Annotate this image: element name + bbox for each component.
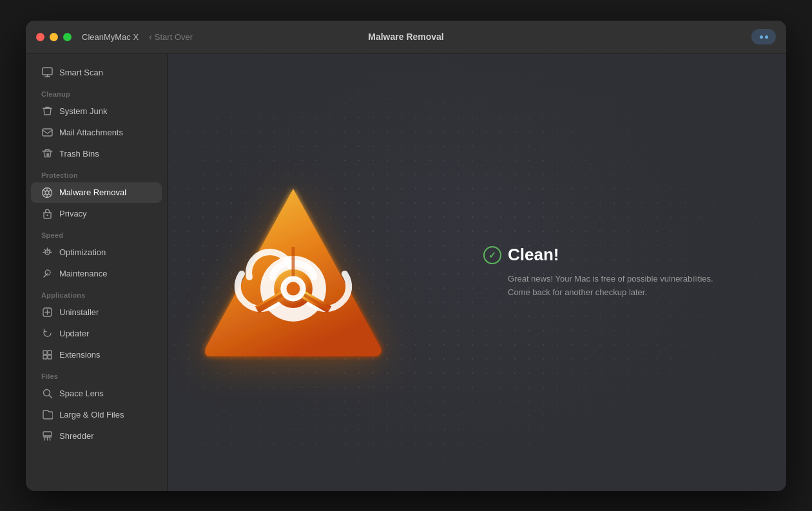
- svg-rect-3: [43, 129, 52, 136]
- clean-description-line2: Come back for another checkup later.: [508, 286, 786, 300]
- uninstaller-label: Uninstaller: [59, 307, 99, 317]
- shredder-icon: [41, 430, 53, 442]
- sidebar-item-system-junk[interactable]: System Junk: [31, 101, 162, 122]
- biohazard-section: [168, 169, 470, 376]
- svg-line-8: [44, 190, 46, 192]
- traffic-lights: [36, 33, 72, 41]
- maintenance-label: Maintenance: [59, 269, 107, 278]
- optimization-icon: [41, 247, 53, 258]
- back-nav[interactable]: ‹ Start Over: [149, 32, 193, 42]
- clean-description-line1: Great news! Your Mac is free of possible…: [508, 273, 786, 286]
- svg-line-18: [44, 249, 45, 251]
- biohazard-container: [190, 169, 396, 376]
- svg-point-12: [46, 215, 48, 216]
- more-options-button[interactable]: [751, 29, 776, 44]
- sidebar-item-trash-bins[interactable]: Trash Bins: [31, 144, 162, 164]
- clean-title-text: Clean!: [508, 245, 559, 265]
- extensions-icon: [41, 349, 53, 361]
- maintenance-icon: [41, 268, 53, 280]
- uninstaller-icon: [41, 307, 53, 318]
- sidebar: Smart Scan Cleanup System Junk: [26, 54, 168, 491]
- section-label-applications: Applications: [26, 285, 167, 302]
- clean-description: Great news! Your Mac is free of possible…: [483, 273, 786, 300]
- check-circle: ✓: [483, 246, 501, 264]
- clean-result-section: ✓ Clean! Great news! Your Mac is free of…: [470, 245, 786, 300]
- svg-rect-23: [43, 355, 47, 359]
- svg-line-9: [48, 193, 51, 195]
- optimization-label: Optimization: [59, 247, 106, 257]
- shredder-label: Shredder: [59, 431, 93, 441]
- svg-rect-24: [48, 355, 52, 359]
- malware-removal-icon: [41, 187, 53, 198]
- smart-scan-icon: [41, 67, 53, 79]
- trash-bins-icon: [41, 148, 53, 160]
- check-mark-icon: ✓: [488, 250, 496, 260]
- svg-line-11: [48, 190, 51, 192]
- title-bar: CleanMyMac X ‹ Start Over Malware Remova…: [26, 21, 786, 54]
- back-label: Start Over: [155, 32, 193, 42]
- dot1: [760, 35, 763, 39]
- sidebar-item-shredder[interactable]: Shredder: [31, 426, 162, 447]
- title-bar-right: [751, 29, 776, 44]
- malware-removal-label: Malware Removal: [59, 188, 126, 197]
- sidebar-item-privacy[interactable]: Privacy: [31, 204, 162, 224]
- window-title: Malware Removal: [368, 32, 444, 42]
- space-lens-icon: [41, 388, 53, 400]
- privacy-icon: [41, 208, 53, 220]
- section-label-speed: Speed: [26, 225, 167, 242]
- sidebar-item-malware-removal[interactable]: Malware Removal: [31, 182, 162, 203]
- sidebar-item-extensions[interactable]: Extensions: [31, 345, 162, 365]
- large-old-files-icon: [41, 409, 53, 421]
- section-label-protection: Protection: [26, 165, 167, 182]
- mail-attachments-icon: [41, 127, 53, 139]
- sidebar-item-space-lens[interactable]: Space Lens: [31, 383, 162, 404]
- updater-label: Updater: [59, 329, 89, 338]
- svg-point-17: [46, 251, 48, 253]
- svg-rect-27: [43, 432, 52, 436]
- updater-icon: [41, 328, 53, 340]
- svg-rect-21: [43, 351, 47, 354]
- content-inner: ✓ Clean! Great news! Your Mac is free of…: [168, 54, 786, 491]
- sidebar-item-uninstaller[interactable]: Uninstaller: [31, 302, 162, 323]
- trash-bins-label: Trash Bins: [59, 149, 99, 159]
- svg-point-42: [284, 279, 303, 298]
- minimize-button[interactable]: [50, 33, 58, 41]
- app-window: CleanMyMac X ‹ Start Over Malware Remova…: [26, 21, 786, 491]
- sidebar-item-mail-attachments[interactable]: Mail Attachments: [31, 122, 162, 143]
- sidebar-item-optimization[interactable]: Optimization: [31, 242, 162, 263]
- svg-line-28: [44, 438, 45, 440]
- svg-line-30: [50, 438, 50, 440]
- close-button[interactable]: [36, 33, 44, 41]
- system-junk-label: System Junk: [59, 106, 107, 116]
- svg-line-26: [49, 396, 52, 398]
- privacy-label: Privacy: [59, 209, 87, 218]
- section-label-files: Files: [26, 366, 167, 383]
- svg-line-10: [44, 193, 46, 195]
- chevron-left-icon: ‹: [149, 32, 152, 42]
- sidebar-item-large-old-files[interactable]: Large & Old Files: [31, 405, 162, 425]
- clean-title-row: ✓ Clean!: [483, 245, 786, 265]
- biohazard-icon: [197, 176, 390, 369]
- sidebar-item-smart-scan[interactable]: Smart Scan: [31, 63, 162, 83]
- content-area: ✓ Clean! Great news! Your Mac is free of…: [168, 54, 786, 491]
- main-content: Smart Scan Cleanup System Junk: [26, 54, 786, 491]
- svg-rect-0: [43, 68, 52, 75]
- large-old-files-label: Large & Old Files: [59, 410, 124, 419]
- smart-scan-label: Smart Scan: [59, 68, 103, 77]
- maximize-button[interactable]: [63, 33, 72, 41]
- dot2: [765, 35, 768, 39]
- extensions-label: Extensions: [59, 350, 101, 360]
- mail-attachments-label: Mail Attachments: [59, 128, 123, 137]
- sidebar-item-updater[interactable]: Updater: [31, 323, 162, 344]
- section-label-cleanup: Cleanup: [26, 84, 167, 101]
- app-name: CleanMyMac X: [82, 32, 139, 42]
- svg-rect-22: [48, 351, 52, 354]
- system-junk-icon: [41, 106, 53, 117]
- space-lens-label: Space Lens: [59, 389, 104, 398]
- sidebar-item-maintenance[interactable]: Maintenance: [31, 264, 162, 284]
